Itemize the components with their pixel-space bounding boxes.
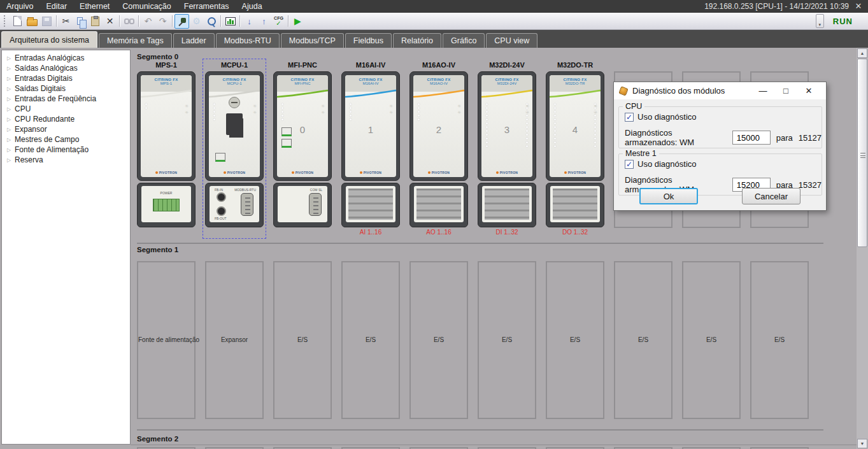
expander-icon[interactable]: ▷ xyxy=(7,137,15,143)
sidebar-item-reserva[interactable]: ▷Reserva xyxy=(2,155,130,165)
module-bottom-unit xyxy=(409,183,468,227)
tab-modbus-rtu[interactable]: Modbus-RTU xyxy=(216,33,280,48)
chevron-down-icon: ▾ xyxy=(819,22,822,27)
expander-icon[interactable]: ▷ xyxy=(7,117,15,122)
expander-icon[interactable]: ▷ xyxy=(7,86,15,92)
ok-button[interactable]: Ok xyxy=(639,188,698,204)
rack-slot-e-s-5[interactable]: E/S xyxy=(478,261,536,419)
tab-gr-fico[interactable]: Gráfico xyxy=(443,33,485,48)
redo-button[interactable]: ↷ xyxy=(155,14,170,29)
upload-button[interactable]: ↑ xyxy=(257,14,271,29)
rack-slot-e-s-3[interactable]: E/S xyxy=(341,261,400,419)
app-close-button[interactable]: ✕ xyxy=(849,0,868,13)
rack-slot-e-s-8[interactable]: E/S xyxy=(682,261,741,419)
rack-slot-e-s-2[interactable]: E/S xyxy=(273,261,332,419)
expander-icon[interactable]: ▷ xyxy=(7,106,15,112)
sidebar-item-cpu-redundante[interactable]: ▷CPU Redundante xyxy=(2,114,130,124)
rack-slot-e-s-9[interactable]: E/S xyxy=(750,261,809,419)
expander-icon[interactable]: ▷ xyxy=(7,157,15,163)
module-m16ao-iv[interactable]: M16AO-IVCITRINO FXM16AO-IV✳✳2PIVOTRONAO … xyxy=(409,61,468,236)
tab-fieldbus[interactable]: Fieldbus xyxy=(345,33,392,48)
cut-button[interactable]: ✂ xyxy=(59,14,73,29)
run-button[interactable]: ▶ xyxy=(290,14,305,29)
tab-ladder[interactable]: Ladder xyxy=(173,33,215,48)
settings-button[interactable]: ⚙ xyxy=(189,14,204,29)
close-icon[interactable]: ✕ xyxy=(797,82,820,99)
module-mps-1[interactable]: MPS-1CITRINO FXMPS-1✳✳PIVOTRONPOWER xyxy=(137,61,196,236)
save-button[interactable] xyxy=(39,14,54,29)
ethernet-port xyxy=(215,153,225,162)
sidebar-item-expansor[interactable]: ▷Expansor xyxy=(2,124,130,134)
sidebar-item-mestres-de-campo[interactable]: ▷Mestres de Campo xyxy=(2,134,130,145)
delete-button[interactable]: ✕ xyxy=(103,14,117,29)
scroll-down-arrow[interactable]: ▼ xyxy=(857,439,867,448)
search-device-button[interactable] xyxy=(204,14,218,29)
toolbar-separator xyxy=(172,15,173,27)
minimize-icon[interactable]: — xyxy=(751,82,774,99)
module-m32do-tr[interactable]: M32DO-TRCITRINO FXM32DO-TR✳✳4PIVOTRONDO … xyxy=(546,61,604,236)
connect-button[interactable] xyxy=(174,14,189,29)
tab-relat-rio[interactable]: Relatório xyxy=(393,33,441,48)
menu-ajuda[interactable]: Ajuda xyxy=(236,0,269,13)
copy-button[interactable] xyxy=(73,14,88,29)
tab-arquitetura-do-sistema[interactable]: Arquitetura do sistema xyxy=(1,31,97,48)
sidebar-item-entradas-de-freq-ncia[interactable]: ▷Entradas de Freqüência xyxy=(2,94,130,104)
scrollbar-thumb[interactable] xyxy=(857,59,867,247)
cancel-button[interactable]: Cancelar xyxy=(742,188,800,204)
maximize-icon[interactable]: □ xyxy=(774,82,797,99)
module-top-unit: CITRINO FXM16AO-IV✳✳2PIVOTRON xyxy=(409,71,468,181)
dialog-titlebar[interactable]: Diagnóstico dos módulos — □ ✕ xyxy=(614,82,826,99)
module-mcpu-1[interactable]: MCPU-1CITRINO FXMCPU-1✳✳PIVOTRONFB-INMOD… xyxy=(205,61,264,236)
expander-icon[interactable]: ▷ xyxy=(7,66,15,71)
new-file-button[interactable] xyxy=(10,14,25,29)
open-file-button[interactable] xyxy=(25,14,39,29)
expander-icon[interactable]: ▷ xyxy=(7,55,15,61)
rack-slot-e-s-7[interactable]: E/S xyxy=(614,261,672,419)
master1-use-diagnostic-checkbox[interactable]: ✓ xyxy=(625,160,634,169)
sidebar-item-sa-das-digitais[interactable]: ▷Saídas Digitais xyxy=(2,83,130,94)
db9-connector xyxy=(241,193,253,216)
rack-slot-e-s-6[interactable]: E/S xyxy=(546,261,604,419)
undo-button[interactable]: ↶ xyxy=(141,14,155,29)
cfg-verify-button[interactable]: CFG ✓ xyxy=(271,14,286,29)
menu-comunica-o[interactable]: Comunicação xyxy=(116,0,177,13)
vertical-scrollbar[interactable]: ▲ ▼ xyxy=(857,48,868,449)
led-indicator xyxy=(213,103,215,105)
rack-slot-fonte-de-alimenta-o-0[interactable]: Fonte de alimentação xyxy=(137,261,196,419)
tab-mem-ria-e-tags[interactable]: Memória e Tags xyxy=(99,33,172,48)
expander-icon[interactable]: ▷ xyxy=(7,96,15,102)
cpu-use-diagnostic-checkbox[interactable]: ✓ xyxy=(625,113,634,122)
monitor-button[interactable] xyxy=(223,14,238,29)
menu-arquivo[interactable]: Arquivo xyxy=(0,0,39,13)
sidebar-item-entradas-anal-gicas[interactable]: ▷Entradas Analógicas xyxy=(2,53,130,63)
scroll-up-arrow[interactable]: ▲ xyxy=(857,48,867,58)
sidebar-item-entradas-digitais[interactable]: ▷Entradas Digitais xyxy=(2,73,130,83)
tab-modbus-tcp[interactable]: Modbus/TCP xyxy=(281,33,344,48)
led-indicator xyxy=(594,138,596,139)
menu-ethernet[interactable]: Ethernet xyxy=(73,0,116,13)
tab-cpu-view[interactable]: CPU view xyxy=(486,33,537,48)
toolbar-overflow-control[interactable]: ▾ xyxy=(816,14,824,28)
module-m32di-24v[interactable]: M32DI-24VCITRINO FXM32DI-24V✳✳3PIVOTROND… xyxy=(478,61,536,236)
copy-icon xyxy=(77,17,83,25)
download-button[interactable]: ↓ xyxy=(242,14,257,29)
module-m16ai-iv[interactable]: M16AI-IVCITRINO FXM16AI-IV✳✳1PIVOTRONAI … xyxy=(341,61,400,236)
sidebar-item-cpu[interactable]: ▷CPU xyxy=(2,104,130,114)
gear-icon: ⚙ xyxy=(192,16,201,26)
find-button[interactable] xyxy=(122,14,136,29)
menu-ferramentas[interactable]: Ferramentas xyxy=(178,0,236,13)
mode-dial[interactable] xyxy=(229,97,240,108)
expander-icon[interactable]: ▷ xyxy=(7,127,15,132)
expander-icon[interactable]: ▷ xyxy=(7,147,15,153)
brand-logo: PIVOTRON xyxy=(277,171,328,175)
rack-slot-expansor-1[interactable]: Expansor xyxy=(205,261,264,419)
paste-button[interactable] xyxy=(88,14,103,29)
rack-slot-e-s-4[interactable]: E/S xyxy=(409,261,468,419)
led-indicator xyxy=(554,141,556,143)
module-mfi-pnc[interactable]: MFI-PNCCITRINO FXMFI-PNC✳✳0PIVOTRONCOM S… xyxy=(273,61,332,236)
sidebar-item-fonte-de-alimenta-o[interactable]: ▷Fonte de Alimentação xyxy=(2,145,130,155)
cpu-wm-start-input[interactable] xyxy=(732,131,771,145)
sidebar-item-sa-das-anal-gicas[interactable]: ▷Saídas Analógicas xyxy=(2,63,130,73)
menu-editar[interactable]: Editar xyxy=(39,0,73,13)
expander-icon[interactable]: ▷ xyxy=(7,76,15,82)
